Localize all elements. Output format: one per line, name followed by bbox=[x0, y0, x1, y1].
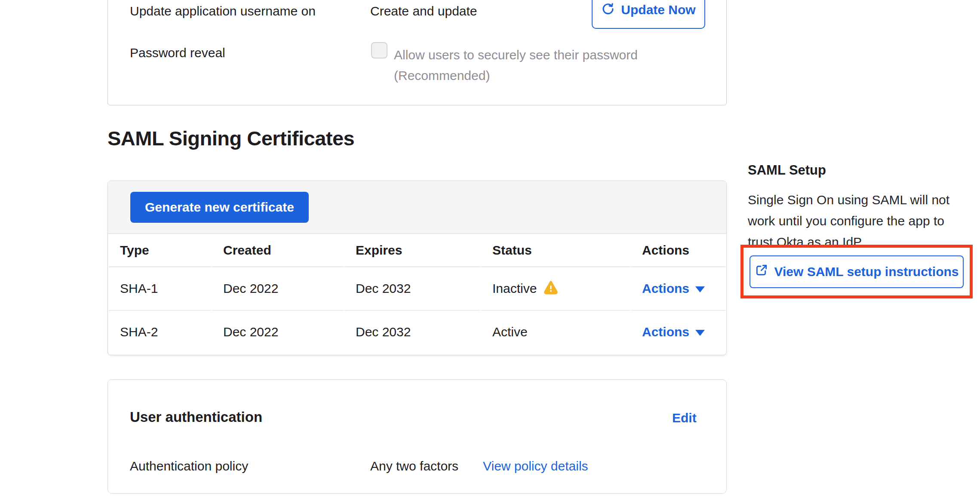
actions-label: Actions bbox=[642, 325, 689, 339]
cert-status: Inactive bbox=[492, 281, 537, 296]
column-header-actions: Actions bbox=[631, 234, 725, 267]
saml-setup-description: Single Sign On using SAML will not work … bbox=[748, 189, 980, 252]
edit-link[interactable]: Edit bbox=[672, 411, 697, 425]
authentication-policy-label: Authentication policy bbox=[130, 459, 248, 473]
password-reveal-label: Password reveal bbox=[130, 46, 225, 60]
table-row: SHA-2 Dec 2022 Dec 2032 Active Actions bbox=[109, 310, 725, 354]
warning-icon bbox=[544, 280, 558, 298]
provisioning-settings-card: Update application username on Create an… bbox=[108, 0, 727, 105]
update-now-label: Update Now bbox=[621, 3, 695, 17]
cert-expires: Dec 2032 bbox=[344, 310, 480, 354]
caret-down-icon bbox=[695, 286, 705, 292]
saml-setup-title: SAML Setup bbox=[748, 163, 826, 178]
column-header-created: Created bbox=[212, 234, 344, 267]
page-section-title: SAML Signing Certificates bbox=[108, 126, 354, 150]
view-saml-instructions-label: View SAML setup instructions bbox=[774, 264, 959, 279]
actions-dropdown[interactable]: Actions bbox=[642, 325, 705, 339]
view-saml-instructions-button[interactable]: View SAML setup instructions bbox=[750, 255, 964, 288]
certificates-panel: Generate new certificate Type Created Ex… bbox=[108, 181, 727, 355]
user-authentication-card: User authentication Edit Authentication … bbox=[108, 379, 727, 494]
update-now-button[interactable]: Update Now bbox=[592, 0, 705, 29]
column-header-status: Status bbox=[481, 234, 630, 267]
actions-label: Actions bbox=[642, 281, 689, 296]
cert-type: SHA-2 bbox=[109, 310, 211, 354]
user-authentication-title: User authentication bbox=[130, 409, 262, 425]
caret-down-icon bbox=[695, 330, 705, 336]
red-highlight-annotation: View SAML setup instructions bbox=[740, 245, 973, 298]
cert-status: Active bbox=[492, 325, 528, 339]
view-policy-details-link[interactable]: View policy details bbox=[483, 459, 588, 473]
table-row: SHA-1 Dec 2022 Dec 2032 Inactive bbox=[109, 267, 725, 310]
cert-type: SHA-1 bbox=[109, 267, 211, 310]
refresh-icon bbox=[601, 2, 615, 18]
column-header-expires: Expires bbox=[344, 234, 480, 267]
table-header-row: Type Created Expires Status Actions bbox=[109, 234, 725, 267]
authentication-policy-value: Any two factors bbox=[370, 459, 458, 473]
cert-created: Dec 2022 bbox=[212, 310, 344, 354]
password-reveal-checkbox-label: Allow users to securely see their passwo… bbox=[394, 45, 638, 86]
certificates-table: Type Created Expires Status Actions SHA-… bbox=[108, 234, 726, 354]
cert-created: Dec 2022 bbox=[212, 267, 344, 310]
update-username-label: Update application username on bbox=[130, 4, 316, 18]
update-username-value: Create and update bbox=[370, 4, 477, 18]
generate-certificate-button[interactable]: Generate new certificate bbox=[130, 192, 309, 223]
external-link-icon bbox=[755, 263, 768, 280]
column-header-type: Type bbox=[109, 234, 211, 267]
actions-dropdown[interactable]: Actions bbox=[642, 281, 705, 296]
certificates-toolbar: Generate new certificate bbox=[108, 181, 726, 234]
password-reveal-checkbox[interactable] bbox=[371, 42, 387, 58]
cert-expires: Dec 2032 bbox=[344, 267, 480, 310]
